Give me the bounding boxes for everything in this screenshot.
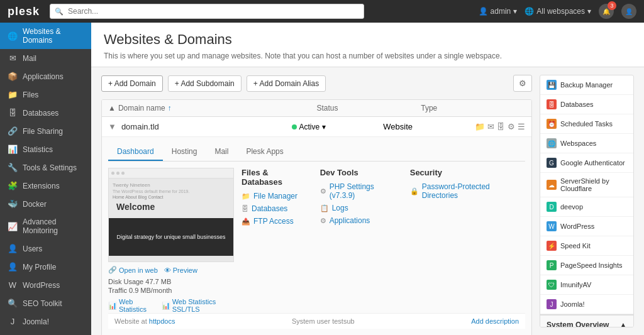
sidebar-item-file-sharing[interactable]: 🔗 File Sharing: [0, 122, 91, 140]
file-manager-link[interactable]: 📁File Manager: [242, 192, 310, 200]
webspaces-label: Webspaces: [560, 140, 596, 147]
httpdocs-link-text[interactable]: httpdocs: [149, 317, 175, 325]
open-in-web-link[interactable]: 🔗 Open in web: [108, 266, 158, 274]
domain-table: ▲ Domain name ↑ Status Type ▼ domain.tl: [101, 99, 532, 335]
rp-item-databases[interactable]: 🗄 Databases: [540, 95, 633, 114]
rp-item-backup[interactable]: 💾 Backup Manager: [540, 75, 633, 95]
rp-joomla-label: Joomla!: [560, 300, 585, 308]
scheduled-tasks-label: Scheduled Tasks: [560, 120, 613, 128]
status-badge: Active ▾: [292, 123, 384, 131]
sidebar-item-wordpress[interactable]: W WordPress: [0, 276, 91, 294]
topbar: plesk 🔍 👤 admin ▾ 🌐 All webspaces ▾ 🔔 3 …: [0, 0, 644, 23]
tab-dashboard[interactable]: Dashboard: [108, 143, 163, 161]
all-webspaces-btn[interactable]: 🌐 All webspaces ▾: [525, 7, 591, 16]
domain-row-header: ▼ domain.tld Active ▾ Website: [102, 117, 531, 136]
system-overview-header[interactable]: System Overview ▲: [540, 316, 633, 327]
admin-label: admin: [491, 7, 511, 16]
admin-icon: 👤: [479, 7, 488, 16]
database-icon[interactable]: 🗄: [497, 122, 505, 131]
gear-button[interactable]: ⚙: [513, 75, 532, 92]
system-overview-collapse-icon: ▲: [619, 321, 627, 327]
sidebar-item-tools-settings[interactable]: 🔧 Tools & Settings: [0, 158, 91, 177]
sidebar-item-applications[interactable]: 📦 Applications: [0, 67, 91, 85]
databases-link[interactable]: 🗄Databases: [242, 204, 310, 213]
sidebar-item-extensions[interactable]: 🧩 Extensions: [0, 177, 91, 195]
password-protected-label: Password-Protected Directories: [422, 182, 525, 200]
tab-plesk-apps[interactable]: Plesk Apps: [237, 143, 292, 161]
tab-mail[interactable]: Mail: [206, 143, 237, 161]
page-title: Websites & Domains: [104, 31, 631, 48]
chevron-down-icon[interactable]: ▼: [108, 122, 116, 131]
web-stats-link[interactable]: 📊 Web Statistics: [108, 298, 155, 313]
action-bar: + Add Domain + Add Subdomain + Add Domai…: [101, 75, 532, 92]
status-text: Active: [299, 123, 320, 131]
rp-item-servershield[interactable]: ☁ ServerShield by Cloudflare: [540, 173, 633, 197]
sidebar-item-statistics[interactable]: 📊 Statistics: [0, 140, 91, 158]
backup-icon: 💾: [547, 80, 557, 90]
sidebar-item-joomla[interactable]: J Joomla!: [0, 312, 91, 331]
folder-icon[interactable]: 📁: [475, 122, 485, 131]
monitoring-icon: 📈: [8, 222, 18, 231]
rp-item-joomla[interactable]: J Joomla!: [540, 295, 633, 314]
web-stats-ssl-link[interactable]: 📊 Web Statistics SSL/TLS: [162, 298, 234, 313]
password-protected-link[interactable]: 🔒Password-Protected Directories: [410, 182, 525, 200]
sidebar-item-my-profile[interactable]: 👤 My Profile: [0, 258, 91, 276]
menu-icon[interactable]: ☰: [518, 122, 525, 131]
sort-arrow: ↑: [168, 104, 172, 113]
traffic-value-text: 0.9 MB/month: [129, 287, 172, 294]
rp-item-imunifyav[interactable]: 🛡 ImunifyAV: [540, 275, 633, 295]
sidebar-item-deevop[interactable]: D deevop: [0, 331, 91, 335]
tab-hosting[interactable]: Hosting: [163, 143, 206, 161]
sidebar-item-docker[interactable]: 🐳 Docker: [0, 195, 91, 213]
search-input[interactable]: [50, 4, 364, 19]
list-item: 🔒Password-Protected Directories: [410, 182, 525, 200]
extensions-icon: 🧩: [8, 181, 18, 190]
admin-menu[interactable]: 👤 admin ▾: [479, 7, 518, 16]
add-description-link[interactable]: Add description: [471, 317, 519, 325]
rp-item-pagespeed[interactable]: P PageSpeed Insights: [540, 256, 633, 275]
preview-link[interactable]: 👁 Preview: [164, 266, 197, 274]
rp-item-wordpress[interactable]: W WordPress: [540, 217, 633, 236]
servershield-icon: ☁: [547, 180, 557, 190]
status-chevron[interactable]: ▾: [322, 123, 326, 131]
user-icon-btn[interactable]: 👤: [621, 4, 636, 19]
settings-icon[interactable]: ⚙: [508, 122, 515, 131]
php-settings-link[interactable]: ⚙PHP Settings (v7.3.9): [320, 182, 400, 200]
rp-item-google-auth[interactable]: G Google Authenticator: [540, 153, 633, 173]
ftp-link[interactable]: 📤FTP Access: [242, 217, 310, 226]
preview-dot3: [121, 172, 125, 175]
add-subdomain-button[interactable]: + Add Subdomain: [168, 75, 242, 92]
lock-icon: 🔒: [410, 187, 419, 195]
sidebar-item-files[interactable]: 📁 Files: [0, 85, 91, 104]
chart-ssl-icon: 📊: [162, 302, 170, 310]
rp-item-webspaces[interactable]: 🌐 Webspaces: [540, 134, 633, 153]
add-domain-button[interactable]: + Add Domain: [101, 75, 163, 92]
logs-link[interactable]: 📋Logs: [320, 204, 400, 212]
rp-item-speed-kit[interactable]: ⚡ Speed Kit: [540, 236, 633, 256]
add-domain-alias-button[interactable]: + Add Domain Alias: [247, 75, 326, 92]
domain-footer: Website at httpdocs System user testsub …: [108, 313, 525, 329]
preview-dark-text: Digital strategy for unique small busine…: [114, 231, 228, 243]
sidebar-item-advanced-monitoring[interactable]: 📈 Advanced Monitoring: [0, 213, 91, 239]
security-section: Security 🔒Password-Protected Directories: [410, 168, 525, 313]
page-description: This is where you set up and manage webs…: [104, 52, 631, 60]
plesk-logo: plesk: [8, 5, 40, 18]
sidebar-item-seo-toolkit[interactable]: 🔍 SEO Toolkit: [0, 294, 91, 312]
files-databases-list: 📁File Manager 🗄Databases 📤FTP Access: [242, 192, 310, 226]
rp-item-deevop[interactable]: D deevop: [540, 197, 633, 217]
sidebar-item-mail[interactable]: ✉ Mail: [0, 49, 91, 67]
main: Websites & Domains This is where you set…: [91, 23, 644, 335]
rp-wordpress-label: WordPress: [560, 222, 594, 230]
preview-link-label: Preview: [173, 266, 197, 274]
bell-icon-btn[interactable]: 🔔 3: [599, 4, 614, 19]
tools-icon: 🔧: [8, 163, 18, 172]
sidebar-item-users[interactable]: 👤 Users: [0, 239, 91, 258]
sidebar-item-databases[interactable]: 🗄 Databases: [0, 104, 91, 122]
sidebar-label-wordpress: WordPress: [23, 281, 60, 290]
applications-label: Applications: [330, 216, 370, 225]
applications-link[interactable]: ⚙Applications: [320, 216, 400, 225]
sidebar-item-websites-domains[interactable]: 🌐 Websites & Domains: [0, 23, 91, 49]
mail-icon[interactable]: ✉: [487, 122, 494, 131]
chart-icon: 📊: [108, 302, 117, 310]
rp-item-scheduled-tasks[interactable]: ⏰ Scheduled Tasks: [540, 114, 633, 134]
